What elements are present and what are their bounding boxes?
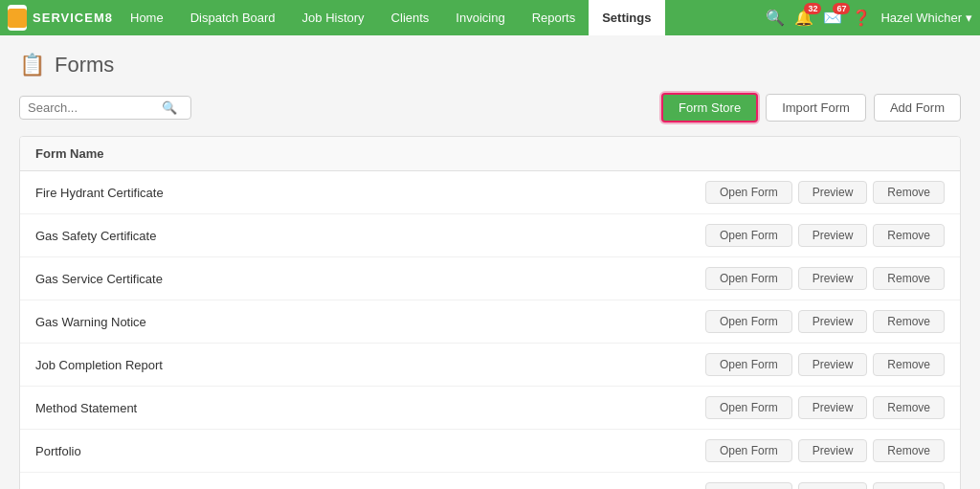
table-row: Fire Hydrant CertificateOpen FormPreview… xyxy=(20,171,960,214)
table-row: Gas Warning NoticeOpen FormPreviewRemove xyxy=(20,300,960,344)
table-row: Method StatementOpen FormPreviewRemove xyxy=(20,387,960,430)
table-body: Fire Hydrant CertificateOpen FormPreview… xyxy=(20,171,960,489)
row-actions: Open FormPreviewRemove xyxy=(705,181,945,204)
add-form-button[interactable]: Add Form xyxy=(874,94,961,122)
help-icon: ❓ xyxy=(852,9,871,27)
messages-button[interactable]: ✉️ 67 xyxy=(823,9,842,27)
remove-button[interactable]: Remove xyxy=(873,396,945,419)
open-button[interactable]: Open Form xyxy=(705,353,792,376)
open-button[interactable]: Open Form xyxy=(705,482,792,489)
nav-item-job-history[interactable]: Job History xyxy=(289,0,378,35)
remove-button[interactable]: Remove xyxy=(873,482,945,489)
preview-button[interactable]: Preview xyxy=(798,396,868,419)
nav-item-invoicing[interactable]: Invoicing xyxy=(442,0,518,35)
open-button[interactable]: Open Form xyxy=(705,267,792,290)
remove-button[interactable]: Remove xyxy=(873,267,945,290)
table-header: Form Name xyxy=(20,137,960,171)
preview-button[interactable]: Preview xyxy=(798,353,868,376)
toolbar: 🔍 Form Store Import Form Add Form xyxy=(19,93,961,122)
user-name: Hazel Whicher xyxy=(880,11,962,25)
envelope-badge: 67 xyxy=(833,3,850,14)
row-actions: Open FormPreviewRemove xyxy=(705,482,945,489)
row-actions: Open FormPreviewRemove xyxy=(705,310,945,333)
preview-button[interactable]: Preview xyxy=(798,224,868,247)
remove-button[interactable]: Remove xyxy=(873,439,945,462)
page-title: Forms xyxy=(55,53,114,78)
open-button[interactable]: Open Form xyxy=(705,396,792,419)
form-name: Portfolio xyxy=(35,444,705,458)
search-nav-button[interactable]: 🔍 xyxy=(766,9,785,27)
form-name: Gas Safety Certificate xyxy=(35,229,705,243)
open-button[interactable]: Open Form xyxy=(705,224,792,247)
row-actions: Open FormPreviewRemove xyxy=(705,224,945,247)
nav-item-dispatch-board[interactable]: Dispatch Board xyxy=(177,0,289,35)
open-button[interactable]: Open Form xyxy=(705,181,792,204)
form-name: Job Completion Report xyxy=(35,358,705,372)
nav-item-clients[interactable]: Clients xyxy=(378,0,443,35)
nav-item-reports[interactable]: Reports xyxy=(519,0,590,35)
logo-box xyxy=(8,5,27,31)
search-nav-icon: 🔍 xyxy=(766,9,785,27)
remove-button[interactable]: Remove xyxy=(873,224,945,247)
search-wrap: 🔍 xyxy=(19,96,191,120)
preview-button[interactable]: Preview xyxy=(798,482,868,489)
form-name: Gas Service Certificate xyxy=(35,272,705,286)
preview-button[interactable]: Preview xyxy=(798,181,868,204)
logo-icon xyxy=(8,9,27,28)
remove-button[interactable]: Remove xyxy=(873,181,945,204)
table-row: Gas Service CertificateOpen FormPreviewR… xyxy=(20,257,960,300)
remove-button[interactable]: Remove xyxy=(873,310,945,333)
table-row: Job Completion ReportOpen FormPreviewRem… xyxy=(20,344,960,387)
open-button[interactable]: Open Form xyxy=(705,310,792,333)
logo[interactable]: ServiceM8 xyxy=(8,5,113,31)
form-table: Form Name Fire Hydrant CertificateOpen F… xyxy=(19,136,961,489)
forms-icon: 📋 xyxy=(19,53,45,78)
form-name: Gas Warning Notice xyxy=(35,315,705,329)
search-icon: 🔍 xyxy=(162,100,177,115)
preview-button[interactable]: Preview xyxy=(798,439,868,462)
nav-items: HomeDispatch BoardJob HistoryClientsInvo… xyxy=(117,0,766,35)
user-menu[interactable]: Hazel Whicher ▾ xyxy=(880,11,972,25)
logo-text: ServiceM8 xyxy=(33,11,113,25)
preview-button[interactable]: Preview xyxy=(798,310,868,333)
notifications-button[interactable]: 🔔 32 xyxy=(794,9,813,27)
page-content: 📋 Forms 🔍 Form Store Import Form Add For… xyxy=(0,35,980,489)
open-button[interactable]: Open Form xyxy=(705,439,792,462)
table-row: Gas Safety CertificateOpen FormPreviewRe… xyxy=(20,214,960,257)
import-form-button[interactable]: Import Form xyxy=(766,94,866,122)
chevron-down-icon: ▾ xyxy=(966,11,972,25)
main-nav: ServiceM8 HomeDispatch BoardJob HistoryC… xyxy=(0,0,980,35)
row-actions: Open FormPreviewRemove xyxy=(705,439,945,462)
help-button[interactable]: ❓ xyxy=(852,9,871,27)
preview-button[interactable]: Preview xyxy=(798,267,868,290)
form-name: Method Statement xyxy=(35,401,705,415)
page-title-area: 📋 Forms xyxy=(19,53,961,78)
nav-item-home[interactable]: Home xyxy=(117,0,177,35)
table-row: RPZ CertificateOpen FormPreviewRemove xyxy=(20,473,960,489)
search-input[interactable] xyxy=(28,100,162,115)
form-store-button[interactable]: Form Store xyxy=(661,93,758,122)
remove-button[interactable]: Remove xyxy=(873,353,945,376)
nav-item-settings[interactable]: Settings xyxy=(589,0,664,35)
row-actions: Open FormPreviewRemove xyxy=(705,267,945,290)
row-actions: Open FormPreviewRemove xyxy=(705,353,945,376)
bell-badge: 32 xyxy=(804,3,821,14)
nav-right: 🔍 🔔 32 ✉️ 67 ❓ Hazel Whicher ▾ xyxy=(766,9,972,27)
table-row: PortfolioOpen FormPreviewRemove xyxy=(20,430,960,473)
row-actions: Open FormPreviewRemove xyxy=(705,396,945,419)
form-name: Fire Hydrant Certificate xyxy=(35,186,705,200)
